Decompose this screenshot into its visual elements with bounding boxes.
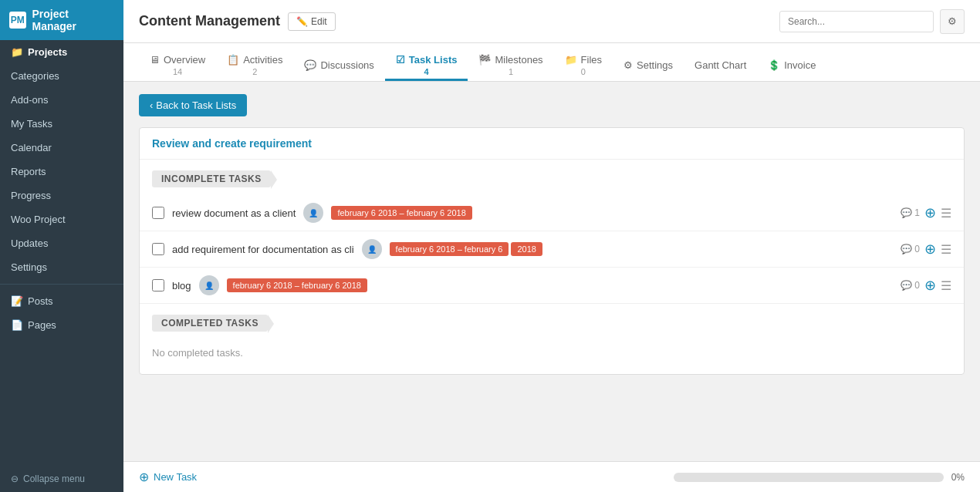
- task-1-comment-count: 1: [914, 207, 920, 218]
- sidebar-item-my-tasks[interactable]: My Tasks: [0, 112, 123, 136]
- posts-icon: 📝: [11, 295, 23, 307]
- invoice-icon: 💲: [768, 59, 780, 71]
- sidebar-item-reports[interactable]: Reports: [0, 160, 123, 184]
- task-lists-icon: ☑: [396, 54, 405, 66]
- tab-activities-count: 2: [252, 67, 257, 76]
- sidebar-item-updates[interactable]: Updates: [0, 231, 123, 255]
- task-1-list-icon[interactable]: ☰: [941, 206, 951, 221]
- progress-container: 0%: [674, 472, 965, 483]
- comment-icon: 💬: [901, 207, 912, 218]
- task-3-checkbox[interactable]: [152, 279, 164, 291]
- app-icon: PM: [9, 12, 26, 29]
- task-1-name: review document as a client: [172, 207, 296, 219]
- task-3-list-icon[interactable]: ☰: [941, 278, 951, 293]
- back-label: Back to Task Lists: [156, 99, 236, 111]
- files-icon: 📁: [565, 54, 577, 66]
- collapse-label: Collapse menu: [23, 473, 85, 484]
- activities-icon: 📋: [227, 54, 239, 66]
- sidebar-label-my-tasks: My Tasks: [11, 118, 52, 130]
- task-3-comment[interactable]: 💬 0: [901, 280, 920, 291]
- task-1-add-icon[interactable]: ⊕: [924, 204, 936, 221]
- sidebar-label-projects: Projects: [28, 46, 67, 58]
- sidebar-item-woo-project[interactable]: Woo Project: [0, 207, 123, 231]
- tab-milestones[interactable]: 🏁 Milestones 1: [468, 43, 553, 81]
- topbar-right: ⚙: [779, 9, 965, 34]
- sidebar-label-pages: Pages: [28, 319, 56, 331]
- sidebar-item-posts[interactable]: 📝 Posts: [0, 289, 123, 313]
- task-1-actions: 💬 1 ⊕ ☰: [901, 204, 951, 221]
- back-to-task-lists-button[interactable]: ‹ Back to Task Lists: [139, 94, 247, 116]
- tab-settings-label: Settings: [637, 59, 673, 71]
- task-list-title: Review and create requirement: [140, 128, 964, 160]
- tab-gantt[interactable]: Gantt Chart: [684, 43, 757, 81]
- task-2-name: add requirement for documentation as cli: [172, 244, 354, 255]
- content-area: ‹ Back to Task Lists Review and create r…: [123, 82, 980, 461]
- sidebar-item-add-ons[interactable]: Add-ons: [0, 88, 123, 112]
- sidebar-item-calendar[interactable]: Calendar: [0, 136, 123, 160]
- sidebar-item-settings[interactable]: Settings: [0, 255, 123, 279]
- sidebar-label-woo-project: Woo Project: [11, 214, 66, 225]
- task-2-add-icon[interactable]: ⊕: [924, 241, 936, 258]
- tab-files-count: 0: [581, 67, 586, 76]
- tab-discussions-label: Discussions: [320, 59, 373, 71]
- task-2-list-icon[interactable]: ☰: [941, 242, 951, 257]
- edit-icon: ✏️: [296, 16, 308, 27]
- task-3-date: february 6 2018 – february 6 2018: [227, 278, 367, 292]
- task-2-comment[interactable]: 💬 0: [901, 244, 920, 254]
- main-content: Content Management ✏️ Edit ⚙ 🖥 Overview …: [123, 0, 980, 492]
- collapse-menu[interactable]: ⊖ Collapse menu: [0, 466, 123, 492]
- task-3-avatar: 👤: [199, 275, 219, 295]
- page-title: Content Management: [139, 13, 280, 29]
- task-1-comment[interactable]: 💬 1: [901, 207, 920, 218]
- sidebar-divider-1: [0, 284, 123, 285]
- task-3-actions: 💬 0 ⊕ ☰: [901, 277, 951, 294]
- app-name: Project Manager: [32, 8, 115, 32]
- sidebar-header[interactable]: PM Project Manager: [0, 0, 123, 40]
- new-task-add-icon: ⊕: [139, 470, 149, 484]
- task-1-date: february 6 2018 – february 6 2018: [331, 206, 471, 220]
- tab-files[interactable]: 📁 Files 0: [554, 43, 613, 81]
- tab-activities[interactable]: 📋 Activities 2: [216, 43, 293, 81]
- task-1-checkbox[interactable]: [152, 207, 164, 219]
- tab-invoice-label: Invoice: [784, 59, 816, 71]
- tab-task-lists-count: 4: [424, 67, 429, 76]
- tab-activities-label: Activities: [243, 54, 282, 66]
- sidebar-item-pages[interactable]: 📄 Pages: [0, 313, 123, 337]
- topbar: Content Management ✏️ Edit ⚙: [123, 0, 980, 43]
- sidebar-label-categories: Categories: [11, 70, 59, 82]
- tab-milestones-label: Milestones: [495, 54, 542, 66]
- overview-icon: 🖥: [150, 54, 160, 66]
- comment-icon-3: 💬: [901, 280, 912, 291]
- task-2-checkbox[interactable]: [152, 243, 164, 255]
- edit-button[interactable]: ✏️ Edit: [288, 12, 336, 31]
- task-3-comment-count: 0: [914, 280, 920, 291]
- no-completed-tasks-text: No completed tasks.: [140, 339, 964, 374]
- tab-invoice[interactable]: 💲 Invoice: [757, 43, 826, 81]
- sidebar-label-calendar: Calendar: [11, 142, 52, 153]
- table-row: add requirement for documentation as cli…: [140, 231, 964, 268]
- tab-overview[interactable]: 🖥 Overview 14: [139, 43, 216, 81]
- task-2-date: february 6 2018 – february 6: [390, 242, 509, 256]
- discussions-icon: 💬: [304, 59, 316, 71]
- back-icon: ‹: [150, 99, 153, 111]
- task-2-date2: 2018: [511, 242, 542, 256]
- gear-icon: ⚙: [948, 15, 957, 27]
- progress-percentage: 0%: [951, 472, 965, 483]
- tab-overview-count: 14: [173, 67, 182, 76]
- new-task-button[interactable]: ⊕ New Task: [139, 470, 197, 484]
- projects-icon: 📁: [11, 46, 23, 58]
- sidebar-item-categories[interactable]: Categories: [0, 64, 123, 88]
- task-3-add-icon[interactable]: ⊕: [924, 277, 936, 294]
- gear-button[interactable]: ⚙: [940, 9, 965, 34]
- tab-discussions[interactable]: 💬 Discussions: [293, 43, 384, 81]
- tab-overview-label: Overview: [164, 54, 205, 66]
- sidebar-label-updates: Updates: [11, 238, 48, 249]
- search-input[interactable]: [779, 11, 934, 32]
- task-2-actions: 💬 0 ⊕ ☰: [901, 241, 951, 258]
- completed-tasks-label: COMPLETED TASKS: [152, 315, 268, 332]
- tab-settings[interactable]: ⚙ Settings: [613, 43, 684, 81]
- sidebar-item-progress[interactable]: Progress: [0, 184, 123, 207]
- sidebar-item-projects[interactable]: 📁 Projects: [0, 40, 123, 64]
- tab-task-lists-label: Task Lists: [409, 54, 458, 66]
- tab-task-lists[interactable]: ☑ Task Lists 4: [385, 43, 468, 81]
